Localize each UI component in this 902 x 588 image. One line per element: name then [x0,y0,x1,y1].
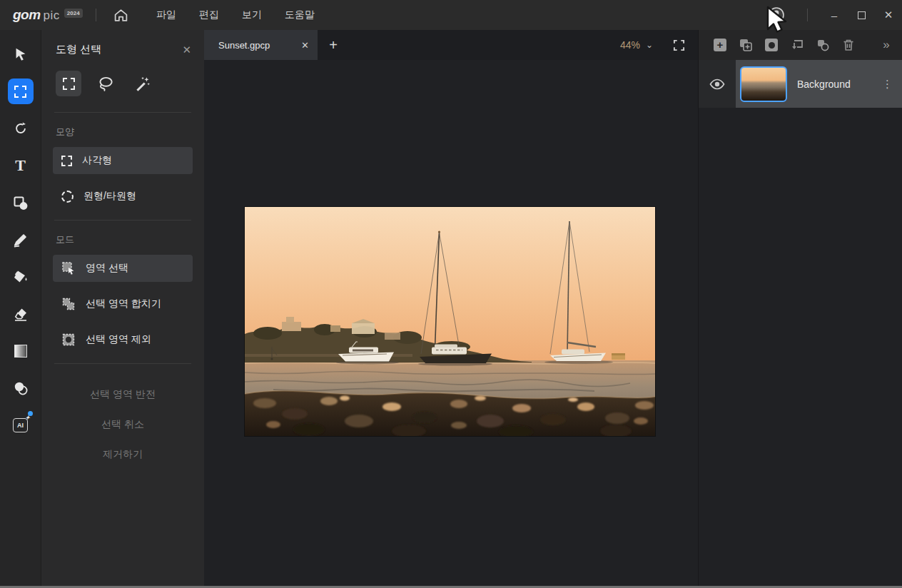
marquee-selected-highlight [8,78,34,104]
merge-selection-icon [61,297,76,311]
brand-light: pic [44,9,60,23]
brush-icon [12,232,29,248]
shapes-icon [12,194,29,211]
account-icon [768,6,785,24]
eye-icon [709,76,726,93]
tool-brush[interactable] [0,221,41,258]
layer-mask-icon [765,39,778,51]
menu-view[interactable]: 보기 [230,1,273,29]
option-label: 사각형 [82,154,112,167]
tab-label: Sunset.gpcp [218,40,270,51]
action-remove[interactable]: 제거하기 [103,440,143,470]
zoom-control[interactable]: 44% ⌄ [620,39,653,51]
tab-sunset[interactable]: Sunset.gpcp ✕ [204,30,318,60]
canvas[interactable] [204,60,698,586]
shape-section-label: 모양 [41,118,204,143]
circle-dashed-icon [61,191,74,203]
tool-ai[interactable]: AI ✦ [0,407,41,444]
chevron-down-icon: ⌄ [646,40,653,50]
account-button[interactable] [764,3,789,27]
layer-visibility-toggle[interactable] [699,60,736,108]
area-select-icon [61,261,76,275]
transform-layer-icon [789,37,805,53]
action-deselect[interactable]: 선택 취소 [101,410,144,440]
rotate-icon [13,121,29,136]
layer-mask-button[interactable] [759,32,784,58]
tool-blend[interactable] [0,370,41,407]
sparkle-icon: ✦ [25,415,30,421]
layers-empty-area [699,108,902,586]
rectangle-dashed-icon [61,156,72,166]
fit-screen-button[interactable] [673,39,685,51]
tool-shapes[interactable] [0,184,41,221]
tool-rotate[interactable] [0,110,41,147]
ai-icon: AI ✦ [13,418,28,432]
text-icon: T [15,156,26,175]
titlebar-divider [96,9,96,21]
close-button[interactable]: ✕ [875,0,902,30]
tool-fill[interactable] [0,258,41,295]
menu-file[interactable]: 파일 [145,1,188,29]
select-type-marquee[interactable] [56,71,81,96]
tool-marquee-select[interactable] [0,73,41,110]
divider [54,363,191,364]
layers-toolbar: + [699,30,902,60]
layer-row-background[interactable]: Background ⋮ [699,60,902,108]
kebab-menu-icon[interactable]: ⋮ [882,78,893,91]
maximize-icon [858,11,866,19]
menu-help[interactable]: 도움말 [273,1,326,29]
option-label: 선택 영역 합치기 [86,298,161,310]
action-invert-selection[interactable]: 선택 영역 반전 [90,380,156,410]
add-layer-icon: + [714,39,726,51]
app-logo: gom pic 2024 [13,7,83,23]
exclude-selection-icon [61,333,76,347]
tool-eraser[interactable] [0,295,41,333]
option-label: 선택 영역 제외 [86,333,151,346]
tool-gradient[interactable] [0,333,41,370]
tool-text[interactable]: T [0,147,41,184]
layer-name: Background [797,78,851,90]
option-label: 원형/타원형 [83,190,136,203]
eraser-icon [12,305,29,323]
tools-rail: T [0,30,41,586]
divider [54,112,191,113]
merge-layers-button[interactable] [810,32,836,58]
panel-title: 도형 선택 [56,43,101,56]
tool-pointer[interactable] [0,36,41,73]
delete-layer-button[interactable] [836,32,861,58]
titlebar-divider-right [807,9,808,21]
brand-bold: gom [13,7,41,23]
brand-year-badge: 2024 [64,9,83,18]
magic-wand-icon [133,74,152,93]
duplicate-layer-button[interactable] [733,32,759,58]
home-button[interactable] [109,3,133,27]
shape-select-panel: 도형 선택 ✕ [41,30,204,586]
mode-option-exclude-selection[interactable]: 선택 영역 제외 [53,326,193,353]
shape-option-ellipse[interactable]: 원형/타원형 [53,183,193,210]
add-layer-button[interactable]: + [707,32,733,58]
document-tabbar: Sunset.gpcp ✕ + 44% ⌄ [204,30,698,60]
layer-thumbnail[interactable] [740,66,787,102]
tab-close-icon[interactable]: ✕ [301,40,309,51]
select-type-magic-wand[interactable] [130,71,156,96]
pointer-icon [13,46,29,62]
transform-layer-button[interactable] [784,32,810,58]
duplicate-layer-icon [738,37,754,53]
select-type-lasso[interactable] [93,71,118,96]
canvas-column: Sunset.gpcp ✕ + 44% ⌄ [204,30,698,586]
minimize-button[interactable]: – [821,0,848,30]
home-icon [113,8,128,23]
marquee-icon [14,86,26,98]
paint-bucket-icon [12,268,29,285]
shape-option-rectangle[interactable]: 사각형 [53,147,193,174]
menu-edit[interactable]: 편집 [188,1,230,29]
layers-more-button[interactable]: » [876,38,896,52]
panel-close-icon[interactable]: ✕ [182,44,191,56]
divider [54,220,191,220]
maximize-button[interactable] [848,0,875,30]
titlebar: gom pic 2024 파일 편집 보기 도움말 – ✕ [0,0,902,30]
new-tab-button[interactable]: + [318,30,349,60]
trash-icon [841,38,856,52]
mode-option-area-select[interactable]: 영역 선택 [53,255,193,282]
mode-option-merge-selection[interactable]: 선택 영역 합치기 [53,290,193,318]
